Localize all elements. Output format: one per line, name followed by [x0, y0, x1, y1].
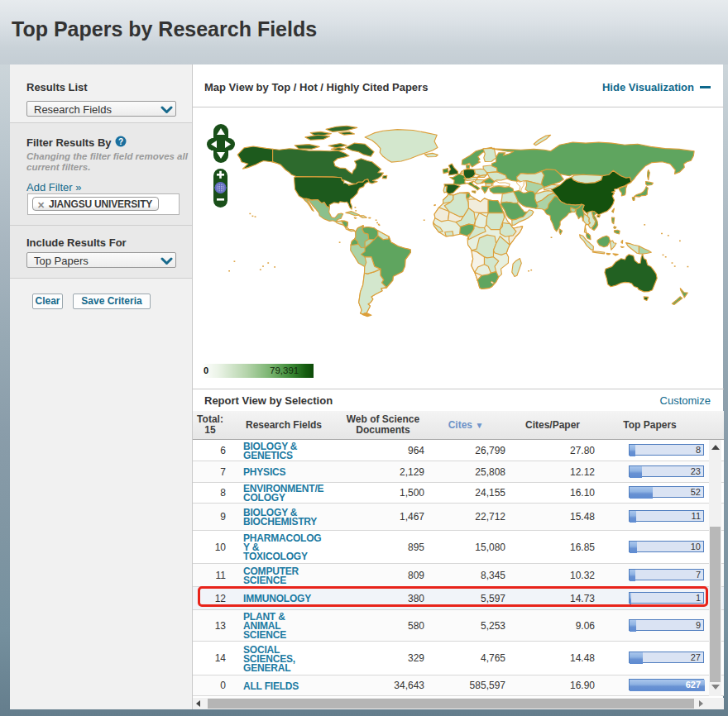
svg-text:?: ?: [118, 137, 123, 146]
